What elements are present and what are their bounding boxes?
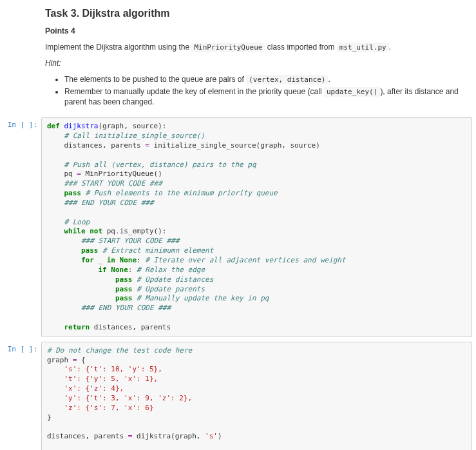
intro-text-post: . xyxy=(389,43,391,52)
hint-label: Hint: xyxy=(45,58,471,69)
notebook-container: Task 3. Dijkstra algorithm Points 4 Impl… xyxy=(0,0,476,450)
intro-text-pre: Implement the Dijkstra algorithm using t… xyxy=(45,43,191,52)
inline-code-pair: (vertex, distance) xyxy=(246,75,328,84)
inline-code-updatekey: update_key() xyxy=(324,87,380,97)
task-markdown: Task 3. Dijkstra algorithm Points 4 Impl… xyxy=(0,0,476,114)
task-title: Task 3. Dijkstra algorithm xyxy=(45,6,471,21)
points-label: Points 4 xyxy=(45,26,471,37)
code-cell-1[interactable]: In [ ]: def dijkstra(graph, source): # C… xyxy=(0,116,476,338)
intro-paragraph: Implement the Dijkstra algorithm using t… xyxy=(45,42,471,53)
inline-code-minpq: MinPriorityQueue xyxy=(191,43,265,52)
inline-code-mstutil: mst_util.py xyxy=(337,43,389,52)
input-prompt: In [ ]: xyxy=(0,342,41,450)
hint-item-2: Remember to manually update the key of e… xyxy=(64,86,471,108)
intro-text-mid: class imported from xyxy=(265,43,336,52)
input-prompt: In [ ]: xyxy=(0,117,41,337)
code-input-area[interactable]: # Do not change the test code here graph… xyxy=(41,342,472,450)
code-block-2[interactable]: # Do not change the test code here graph… xyxy=(47,346,466,450)
hint-item-1: The elements to be pushed to the queue a… xyxy=(64,74,471,85)
code-cell-2[interactable]: In [ ]: # Do not change the test code he… xyxy=(0,340,476,450)
hint1-pre: The elements to be pushed to the queue a… xyxy=(64,75,246,84)
code-block-1[interactable]: def dijkstra(graph, source): # Call init… xyxy=(47,122,466,333)
code-input-area[interactable]: def dijkstra(graph, source): # Call init… xyxy=(41,117,472,337)
hint-list: The elements to be pushed to the queue a… xyxy=(45,74,471,108)
hint2-pre: Remember to manually update the key of e… xyxy=(64,87,324,96)
hint1-post: . xyxy=(328,75,330,84)
